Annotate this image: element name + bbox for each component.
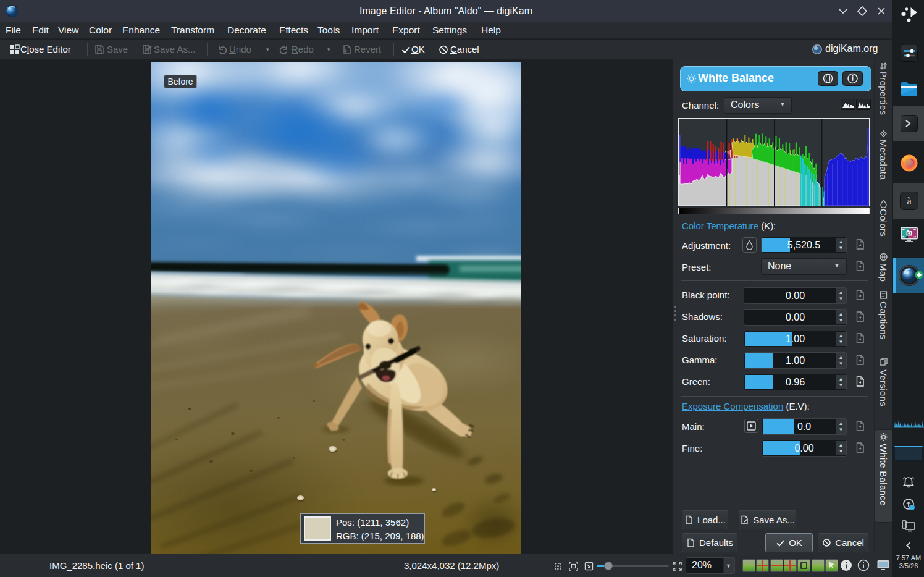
svg-text:à: à <box>907 195 912 207</box>
